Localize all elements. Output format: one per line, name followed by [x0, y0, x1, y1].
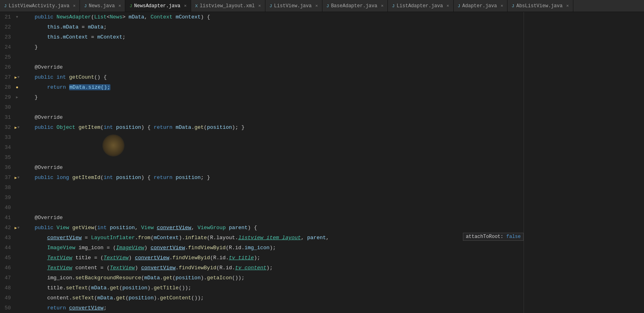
gutter-row-44: 44 [0, 243, 20, 253]
code-line-30 [22, 102, 524, 112]
code-line-34 [22, 142, 524, 152]
tab-listview-layout[interactable]: X listview_layout.xml × [191, 0, 265, 12]
line-num-26: 26 [0, 64, 14, 70]
code-line-47: img_icon.setBackgroundResource(mData.get… [22, 273, 524, 283]
line-num-47: 47 [0, 275, 14, 281]
line-num-23: 23 [0, 34, 14, 40]
warning-icon-28: ● [16, 85, 18, 90]
fold-icon-37[interactable]: ▼ [17, 176, 19, 180]
gutter-row-30: 30 [0, 102, 20, 112]
gutter-row-35: 35 [0, 152, 20, 163]
code-line-33 [22, 132, 524, 142]
line-num-29: 29 [0, 94, 14, 100]
line-num-31: 31 [0, 114, 14, 120]
tab-baseadapter[interactable]: J BaseAdapter.java × [322, 0, 388, 12]
line-num-27: 27 [0, 74, 14, 80]
code-line-50: return convertView; [22, 303, 524, 313]
line-gutter: 21 ▼ 22 23 24 [0, 12, 20, 313]
tab-listviewactivity[interactable]: J ListViewActivity.java × [0, 0, 80, 12]
line-num-48: 48 [0, 285, 14, 291]
code-line-38 [22, 183, 524, 193]
line-num-44: 44 [0, 245, 14, 251]
tab-icon-adapter: J [458, 4, 461, 8]
line-num-22: 22 [0, 24, 14, 30]
code-line-48: title.setText(mData.get(position).getTit… [22, 283, 524, 293]
tab-close-newsadapter[interactable]: × [184, 4, 187, 8]
gutter-icons-37: ▶ ▼ [14, 175, 20, 180]
line-num-25: 25 [0, 54, 14, 60]
gutter-row-48: 48 [0, 283, 20, 293]
fold-icon-27[interactable]: ▼ [17, 75, 19, 79]
tab-close-abslistview[interactable]: × [566, 4, 569, 8]
gutter-row-22: 22 [0, 22, 20, 32]
tab-close-listview-layout[interactable]: × [258, 4, 261, 8]
line-num-45: 45 [0, 255, 14, 261]
gutter-icons-42: ▶ ▼ [14, 226, 20, 230]
tab-icon-listviewactivity: J [4, 4, 7, 8]
fold-icon-42[interactable]: ▼ [17, 226, 19, 230]
tab-close-listadapter[interactable]: × [446, 4, 449, 8]
tab-close-listviewactivity[interactable]: × [73, 4, 76, 8]
code-line-40 [22, 203, 524, 213]
line-num-30: 30 [0, 104, 14, 110]
code-line-21: public NewsAdapter(List<News> mData, Con… [22, 12, 524, 22]
code-line-22: this.mData = mData; [22, 22, 524, 32]
gutter-row-39: 39 [0, 193, 20, 203]
gutter-icons-28: ● [14, 85, 20, 90]
gutter-row-33: 33 [0, 132, 20, 142]
gutter-row-29: 29 ▶ [0, 92, 20, 102]
gutter-row-26: 26 [0, 62, 20, 72]
breakpoint-icon-42: ▶ [14, 226, 17, 230]
main-content: 21 ▼ 22 23 24 [0, 12, 644, 313]
code-line-42: public View getView(int position, View c… [22, 223, 524, 233]
editor: 21 ▼ 22 23 24 [0, 12, 644, 313]
gutter-row-45: 45 [0, 253, 20, 263]
tab-icon-newsadapter: J [129, 4, 132, 8]
tab-abslistview[interactable]: J AbsListView.java × [507, 0, 573, 12]
gutter-row-37: 37 ▶ ▼ [0, 173, 20, 183]
fold-icon-32[interactable]: ▼ [17, 126, 19, 130]
gutter-row-36: 36 [0, 163, 20, 173]
tab-label-news: News.java [89, 3, 115, 9]
highlight-mdata-size: mData.size(); [69, 84, 110, 90]
tab-adapter[interactable]: J Adapter.java × [454, 0, 508, 12]
line-num-46: 46 [0, 265, 14, 271]
line-num-35: 35 [0, 154, 14, 161]
tab-newsadapter[interactable]: J NewsAdapter.java × [125, 0, 191, 12]
line-num-42: 42 [0, 225, 14, 231]
breakpoint-icon-37: ▶ [14, 175, 17, 180]
code-lines[interactable]: public NewsAdapter(List<News> mData, Con… [20, 12, 524, 313]
line-num-39: 39 [0, 195, 14, 201]
tab-close-listview-java[interactable]: × [315, 4, 318, 8]
code-line-37: public long getItemId(int position) { re… [22, 173, 524, 183]
code-line-24: } [22, 42, 524, 52]
line-num-36: 36 [0, 165, 14, 171]
code-area[interactable]: 21 ▼ 22 23 24 [0, 12, 644, 313]
tab-close-adapter[interactable]: × [501, 4, 503, 8]
fold-icon-29[interactable]: ▶ [14, 95, 20, 100]
code-line-29: } [22, 92, 524, 102]
tab-label-listview-java: ListView.java [274, 3, 312, 9]
line-num-32: 32 [0, 124, 14, 130]
tab-listview-java[interactable]: J ListView.java × [265, 0, 322, 12]
gutter-row-40: 40 [0, 203, 20, 213]
code-line-41: @Override [22, 213, 524, 223]
line-num-37: 37 [0, 175, 14, 181]
gutter-row-41: 41 [0, 213, 20, 223]
tab-close-news[interactable]: × [118, 4, 121, 8]
gutter-row-31: 31 [0, 112, 20, 122]
code-line-49: content.setText(mData.get(position).getC… [22, 293, 524, 303]
tab-bar: J ListViewActivity.java × J News.java × … [0, 0, 644, 12]
tab-news[interactable]: J News.java × [80, 0, 125, 12]
gutter-row-32: 32 ▶ ▼ [0, 122, 20, 132]
code-line-31: @Override [22, 112, 524, 122]
tab-close-baseadapter[interactable]: × [381, 4, 384, 8]
tab-label-adapter: Adapter.java [462, 3, 497, 9]
code-line-32: public Object getItem(int position) { re… [22, 122, 524, 132]
gutter-row-27: 27 ▶ ▼ [0, 72, 20, 82]
tab-label-listadapter: ListAdapter.java [397, 3, 443, 9]
gutter-row-23: 23 [0, 32, 20, 42]
gutter-row-25: 25 [0, 52, 20, 62]
tab-listadapter[interactable]: J ListAdapter.java × [388, 0, 453, 12]
fold-icon-21[interactable]: ▼ [14, 15, 20, 19]
